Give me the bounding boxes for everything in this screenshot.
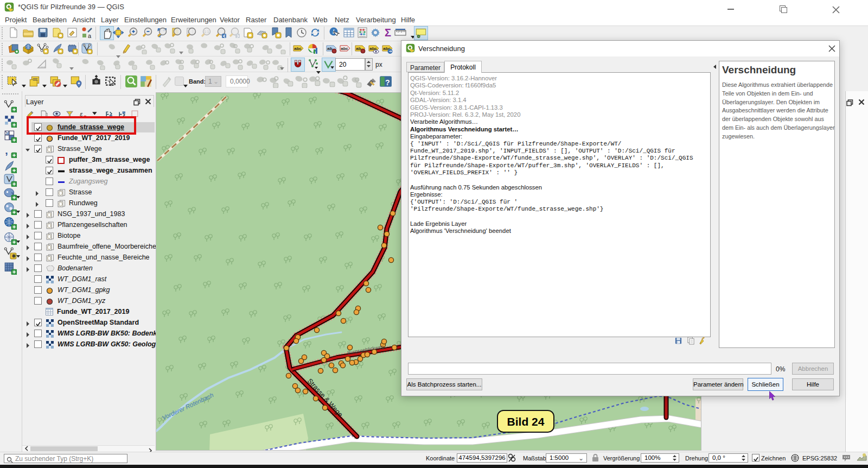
svg-text:a: a bbox=[88, 33, 92, 39]
svg-text:Σ: Σ bbox=[385, 27, 391, 39]
svg-text:ab: ab bbox=[356, 46, 361, 51]
svg-text:1:1: 1:1 bbox=[204, 30, 209, 34]
svg-text:✱: ✱ bbox=[11, 253, 16, 259]
svg-text:,: , bbox=[5, 145, 8, 156]
svg-text:abc: abc bbox=[341, 46, 348, 51]
svg-text:?: ? bbox=[385, 78, 390, 87]
svg-text:abc: abc bbox=[294, 46, 302, 51]
svg-text:ab: ab bbox=[327, 46, 332, 51]
